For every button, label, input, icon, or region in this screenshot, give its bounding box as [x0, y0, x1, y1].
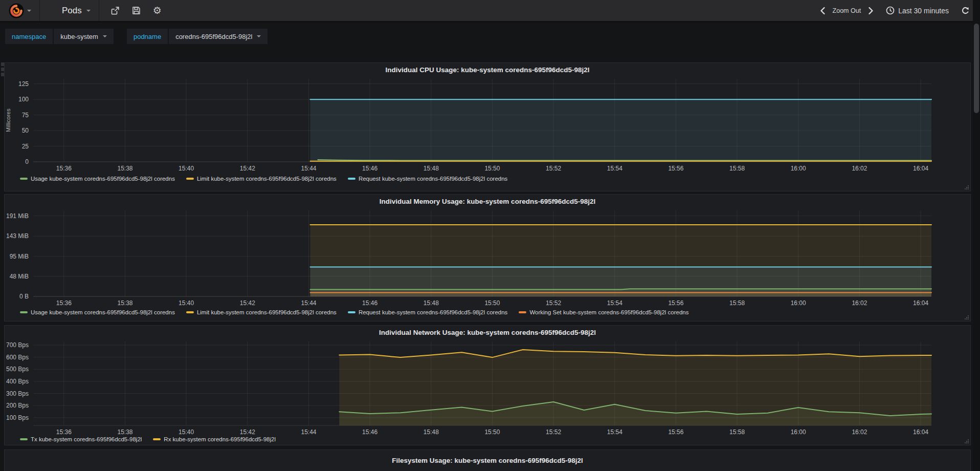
- save-icon[interactable]: [132, 6, 141, 15]
- x-tick-label: 15:38: [117, 299, 132, 307]
- x-tick-label: 16:02: [852, 165, 867, 172]
- x-tick-label: 15:54: [607, 429, 622, 435]
- x-tick-label: 15:58: [729, 165, 745, 172]
- panel-filesystem-usage: Filesystem Usage: kube-system coredns-69…: [4, 449, 971, 471]
- x-tick-label: 15:52: [546, 299, 561, 307]
- legend-label: Usage kube-system coredns-695f96dcd5-98j…: [31, 176, 175, 182]
- legend-label: Limit kube-system coredns-695f96dcd5-98j…: [197, 309, 337, 315]
- time-back-button[interactable]: [820, 7, 826, 15]
- grafana-menu-caret-icon: [27, 10, 31, 12]
- x-tick-label: 15:50: [484, 429, 500, 435]
- legend-swatch-icon: [519, 311, 526, 313]
- x-tick-label: 15:48: [424, 299, 439, 307]
- x-tick-label: 16:00: [791, 165, 806, 172]
- x-tick-label: 15:52: [546, 429, 561, 435]
- x-tick-label: 15:36: [56, 429, 72, 435]
- y-tick-label: 0 B: [19, 293, 29, 300]
- dashboard-title: Pods: [62, 6, 82, 16]
- variable-namespace: namespace kube-system: [5, 29, 114, 44]
- time-range-picker[interactable]: Last 30 minutes: [886, 6, 949, 15]
- x-tick-label: 15:38: [117, 165, 132, 172]
- podname-label: podname: [127, 29, 168, 44]
- cpu-legend: Usage kube-system coredns-695f96dcd5-98j…: [5, 174, 970, 184]
- x-tick-label: 15:44: [301, 429, 316, 435]
- grafana-logo-icon: [9, 3, 24, 18]
- x-tick-label: 16:04: [913, 299, 928, 307]
- panel-title-filesystem[interactable]: Filesystem Usage: kube-system coredns-69…: [5, 450, 970, 467]
- y-tick-label: 50: [22, 127, 29, 134]
- panel-cpu-usage: Individual CPU Usage: kube-system coredn…: [4, 62, 971, 191]
- panel-resize-handle[interactable]: [964, 185, 969, 190]
- legend-label: Working Set kube-system coredns-695f96dc…: [529, 309, 688, 315]
- y-tick-label: 0: [25, 158, 29, 165]
- x-tick-label: 16:02: [852, 429, 867, 435]
- y-tick-label: 100 Bps: [6, 414, 29, 421]
- y-tick-label: 500 Bps: [6, 366, 29, 373]
- x-tick-label: 15:42: [240, 299, 255, 307]
- x-tick-label: 16:02: [852, 299, 867, 307]
- x-tick-label: 15:44: [301, 299, 316, 307]
- page-scrollbar[interactable]: [973, 0, 980, 471]
- page-scrollbar-thumb[interactable]: [974, 24, 979, 113]
- cpu-usage-chart[interactable]: 15:3615:3815:4015:4215:4415:4615:4815:50…: [5, 76, 970, 174]
- legend-label: Request kube-system coredns-695f96dcd5-9…: [359, 309, 508, 315]
- x-tick-label: 15:36: [56, 165, 72, 172]
- panel-resize-handle[interactable]: [964, 439, 969, 444]
- x-tick-label: 15:50: [484, 165, 500, 172]
- series-fill-request: [310, 267, 932, 296]
- legend-label: Usage kube-system coredns-695f96dcd5-98j…: [31, 309, 175, 315]
- x-tick-label: 15:38: [117, 429, 132, 435]
- legend-item-request[interactable]: Request kube-system coredns-695f96dcd5-9…: [348, 309, 508, 315]
- x-tick-label: 15:56: [668, 299, 683, 307]
- x-tick-label: 15:58: [729, 429, 745, 435]
- legend-item-limit[interactable]: Limit kube-system coredns-695f96dcd5-98j…: [186, 309, 337, 315]
- navbar: Pods ⚙ Zoom Out: [0, 0, 980, 23]
- x-tick-label: 15:44: [301, 165, 316, 172]
- dashboard-grid-icon: [48, 6, 57, 15]
- legend-item-request[interactable]: Request kube-system coredns-695f96dcd5-9…: [348, 176, 508, 182]
- legend-swatch-icon: [186, 178, 194, 180]
- panel-network-usage: Individual Network Usage: kube-system co…: [4, 325, 971, 445]
- x-tick-label: 16:00: [791, 429, 806, 435]
- refresh-icon[interactable]: [961, 6, 970, 15]
- series-fill-working-set: [310, 293, 932, 296]
- network-usage-chart[interactable]: 15:3615:3815:4015:4215:4415:4615:4815:50…: [5, 338, 970, 435]
- y-tick-label: 95 MiB: [10, 253, 29, 260]
- x-tick-label: 15:42: [240, 165, 255, 172]
- panel-title-memory[interactable]: Individual Memory Usage: kube-system cor…: [5, 195, 970, 207]
- legend-item-usage[interactable]: Usage kube-system coredns-695f96dcd5-98j…: [20, 176, 175, 182]
- panel-resize-handle[interactable]: [964, 315, 969, 320]
- clock-icon: [886, 6, 895, 15]
- x-tick-label: 15:58: [729, 299, 745, 307]
- legend-label: Request kube-system coredns-695f96dcd5-9…: [359, 176, 508, 182]
- legend-item-limit[interactable]: Limit kube-system coredns-695f96dcd5-98j…: [186, 176, 337, 182]
- legend-label: Rx kube-system coredns-695f96dcd5-98j2l: [164, 436, 276, 442]
- legend-swatch-icon: [348, 311, 355, 313]
- x-tick-label: 15:40: [179, 165, 194, 172]
- x-tick-label: 16:04: [913, 429, 928, 435]
- zoom-out-button[interactable]: Zoom Out: [833, 7, 861, 14]
- share-icon[interactable]: [110, 6, 120, 15]
- y-tick-label: 200 Bps: [6, 402, 29, 409]
- x-tick-label: 15:46: [362, 165, 377, 172]
- zoom-out-label: Zoom Out: [833, 7, 861, 14]
- namespace-dropdown[interactable]: kube-system: [54, 29, 114, 44]
- podname-dropdown[interactable]: coredns-695f96dcd5-98j2l: [169, 29, 268, 44]
- memory-usage-chart[interactable]: 15:3615:3815:4015:4215:4415:4615:4815:50…: [5, 207, 970, 308]
- panel-title-cpu[interactable]: Individual CPU Usage: kube-system coredn…: [5, 63, 970, 76]
- y-tick-label: 700 Bps: [6, 341, 29, 349]
- legend-swatch-icon: [153, 438, 161, 440]
- legend-label: Tx kube-system coredns-695f96dcd5-98j2l: [31, 436, 142, 442]
- legend-item-tx[interactable]: Tx kube-system coredns-695f96dcd5-98j2l: [20, 436, 142, 442]
- grafana-menu[interactable]: [0, 0, 40, 21]
- legend-item-working-set[interactable]: Working Set kube-system coredns-695f96dc…: [519, 309, 688, 315]
- x-tick-label: 15:56: [668, 429, 683, 435]
- dashboard-picker[interactable]: Pods: [40, 0, 99, 21]
- y-tick-label: 48 MiB: [10, 273, 29, 280]
- panel-title-network[interactable]: Individual Network Usage: kube-system co…: [5, 326, 970, 338]
- legend-item-rx[interactable]: Rx kube-system coredns-695f96dcd5-98j2l: [153, 436, 276, 442]
- time-forward-button[interactable]: [868, 7, 874, 15]
- settings-icon[interactable]: ⚙: [153, 6, 162, 15]
- legend-item-usage[interactable]: Usage kube-system coredns-695f96dcd5-98j…: [20, 309, 175, 315]
- x-tick-label: 15:42: [240, 429, 255, 435]
